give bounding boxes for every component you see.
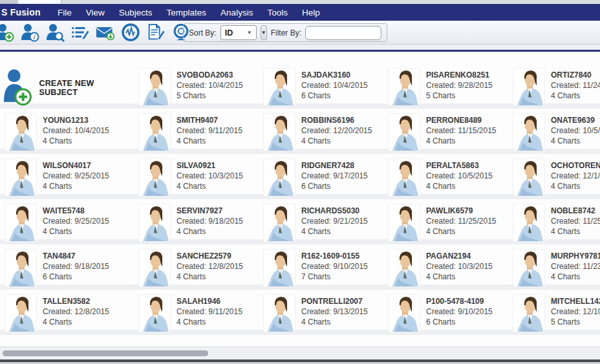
subject-card[interactable]: P100-5478-4109 Created: 9/10/2015 6 Char… xyxy=(383,290,508,335)
subject-card[interactable]: OCHOTORENA2 Created: 12/1/20 4 Charts xyxy=(508,154,600,199)
window-fragment xyxy=(0,0,17,4)
toolbar-gap xyxy=(0,45,600,50)
subject-text: PAGAN2194 Created: 10/3/2015 4 Charts xyxy=(426,250,493,282)
menu-item[interactable]: Help xyxy=(295,5,327,20)
subject-text: P100-5478-4109 Created: 9/10/2015 6 Char… xyxy=(426,295,493,327)
edit-document-icon xyxy=(146,23,166,42)
subject-card[interactable]: RIDGNER7428 Created: 9/17/2015 6 Charts xyxy=(259,154,383,199)
subject-created: Created: 9/10/2015 xyxy=(426,306,493,317)
subject-card[interactable]: SILVA0921 Created: 10/3/2015 4 Charts xyxy=(134,154,259,199)
subject-name: ORTIZ7840 xyxy=(551,70,600,80)
subject-card[interactable]: MITCHELL1429 Created: 12/10/2 5 Charts xyxy=(508,290,600,335)
subject-avatar xyxy=(513,204,544,241)
subject-card[interactable]: WAITE5748 Created: 9/25/2015 4 Charts xyxy=(0,199,134,244)
subject-created: Created: 9/11/2015 xyxy=(177,125,242,136)
subject-text: TAN4847 Created: 9/18/2015 6 Charts xyxy=(43,250,109,282)
subject-card[interactable]: NOBLE8742 Created: 11/25/2 4 Charts xyxy=(508,199,600,244)
subject-text: RIDGNER7428 Created: 9/17/2015 6 Charts xyxy=(301,159,368,191)
subject-card[interactable]: YOUNG1213 Created: 10/4/2015 4 Charts xyxy=(0,109,134,154)
chevron-down-icon: ▼ xyxy=(261,30,266,36)
subject-avatar xyxy=(389,295,420,332)
subject-card[interactable]: PERALTA5863 Created: 10/5/2015 4 Charts xyxy=(383,154,508,199)
subject-chart-count: 4 Charts xyxy=(551,272,600,282)
sort-direction-button[interactable]: ▼ xyxy=(261,25,267,40)
create-new-subject-button[interactable]: CREATE NEW SUBJECT xyxy=(0,63,134,109)
subject-name: SVOBODA2063 xyxy=(177,70,243,80)
subject-name: PISARENKO8251 xyxy=(426,70,493,80)
subject-info-button[interactable]: i xyxy=(20,23,39,42)
horizontal-scrollbar-thumb[interactable] xyxy=(3,350,208,356)
subject-card[interactable]: SAJDAK3160 Created: 10/4/2015 6 Charts xyxy=(259,63,383,109)
edit-list-button[interactable] xyxy=(70,23,90,42)
subject-chart-count: 4 Charts xyxy=(177,136,242,146)
subject-search-button[interactable] xyxy=(45,23,65,42)
subject-card[interactable]: PAWLIK6579 Created: 11/25/2015 4 Charts xyxy=(383,199,508,244)
subject-card[interactable]: SMITH9407 Created: 9/11/2015 4 Charts xyxy=(134,109,259,154)
subject-chart-count: 7 Charts xyxy=(301,272,368,282)
subject-card[interactable]: ORTIZ7840 Created: 11/24/2 4 Charts xyxy=(508,63,600,109)
subject-card[interactable]: WILSON4017 Created: 9/25/2015 4 Charts xyxy=(0,154,134,199)
add-subject-button[interactable] xyxy=(0,23,14,42)
subject-created: Created: 10/3/2015 xyxy=(426,261,493,272)
subject-text: SERVIN7927 Created: 9/18/2015 4 Charts xyxy=(177,204,243,237)
subject-created: Created: 9/25/2015 xyxy=(43,216,109,226)
menu-item[interactable]: View xyxy=(79,5,112,20)
subject-created: Created: 10/3/2015 xyxy=(177,171,243,181)
subject-text: SMITH9407 Created: 9/11/2015 4 Charts xyxy=(177,114,242,146)
subject-avatar xyxy=(264,250,295,286)
subject-card[interactable]: SERVIN7927 Created: 9/18/2015 4 Charts xyxy=(134,199,259,244)
subject-card[interactable]: PERRONE8489 Created: 11/15/2015 4 Charts xyxy=(383,109,508,154)
subject-text: WAITE5748 Created: 9/25/2015 4 Charts xyxy=(43,204,109,237)
subject-avatar xyxy=(513,114,544,151)
subject-chart-count: 6 Charts xyxy=(301,91,368,101)
subject-chart-count: 6 Charts xyxy=(426,317,493,327)
subject-created: Created: 10/5/2015 xyxy=(426,171,493,181)
subject-chart-count: 4 Charts xyxy=(177,181,243,191)
subject-card[interactable]: TAN4847 Created: 9/18/2015 6 Charts xyxy=(0,244,134,290)
subject-card[interactable]: MURPHY9781 Created: 11/23/2 4 Charts xyxy=(508,244,600,290)
subject-card[interactable]: ONATE9639 Created: 10/5/20 4 Charts xyxy=(508,109,600,154)
subject-card[interactable]: SVOBODA2063 Created: 10/4/2015 5 Charts xyxy=(134,63,259,109)
subject-card[interactable]: PISARENKO8251 Created: 9/28/2015 5 Chart… xyxy=(383,63,508,109)
horizontal-scrollbar[interactable] xyxy=(0,347,600,359)
subject-card[interactable]: R162-1609-0155 Created: 9/10/2015 7 Char… xyxy=(259,244,383,290)
sort-by-dropdown[interactable]: ID ▼ xyxy=(220,25,257,40)
subject-card[interactable]: SALAH1946 Created: 9/11/2015 4 Charts xyxy=(134,290,259,335)
mail-export-button[interactable] xyxy=(96,23,115,42)
subject-avatar xyxy=(389,69,420,105)
subject-card[interactable]: PAGAN2194 Created: 10/3/2015 4 Charts xyxy=(383,244,508,290)
sort-filter-group: Sort By: ID ▼ ▼ Filter By: xyxy=(183,23,387,42)
subject-created: Created: 9/17/2015 xyxy=(301,171,368,181)
edit-document-button[interactable] xyxy=(146,23,166,42)
subject-chart-count: 4 Charts xyxy=(426,181,493,191)
subject-text: SANCHEZ2579 Created: 12/8/2015 4 Charts xyxy=(177,250,243,282)
subject-avatar xyxy=(139,159,170,196)
subject-avatar xyxy=(5,250,36,286)
subject-avatar xyxy=(389,159,420,196)
sort-by-label: Sort By: xyxy=(189,28,217,37)
subject-text: PERALTA5863 Created: 10/5/2015 4 Charts xyxy=(426,159,493,191)
filter-input[interactable] xyxy=(305,26,381,40)
subject-chart-count: 4 Charts xyxy=(301,226,368,237)
add-subject-icon xyxy=(0,23,14,42)
subject-chart-count: 4 Charts xyxy=(43,317,109,327)
subject-name: SMITH9407 xyxy=(177,115,242,125)
menu-item[interactable]: Subjects xyxy=(112,5,160,20)
subject-text: YOUNG1213 Created: 10/4/2015 4 Charts xyxy=(43,114,109,146)
subject-card[interactable]: PONTRELLI2007 Created: 9/13/2015 4 Chart… xyxy=(259,290,383,335)
menu-item[interactable]: Templates xyxy=(160,5,214,20)
subject-created: Created: 9/25/2015 xyxy=(43,171,109,181)
subject-card[interactable]: RICHARDS5030 Created: 9/21/2015 4 Charts xyxy=(259,199,383,244)
subject-card[interactable]: ROBBINS6196 Created: 12/20/2015 4 Charts xyxy=(259,109,383,154)
menu-item[interactable]: File xyxy=(50,5,79,20)
subject-avatar xyxy=(264,69,295,105)
subject-card[interactable]: SANCHEZ2579 Created: 12/8/2015 4 Charts xyxy=(134,244,259,290)
menu-item[interactable]: Tools xyxy=(260,5,295,20)
subject-name: OCHOTORENA2 xyxy=(551,160,600,171)
subject-card[interactable]: TALLEN3582 Created: 12/8/2015 4 Charts xyxy=(0,290,134,335)
subject-avatar xyxy=(513,69,544,105)
subject-avatar xyxy=(5,159,36,196)
subject-text: SILVA0921 Created: 10/3/2015 4 Charts xyxy=(177,159,243,191)
waveform-button[interactable] xyxy=(121,23,140,42)
menu-item[interactable]: Analysis xyxy=(213,5,260,20)
